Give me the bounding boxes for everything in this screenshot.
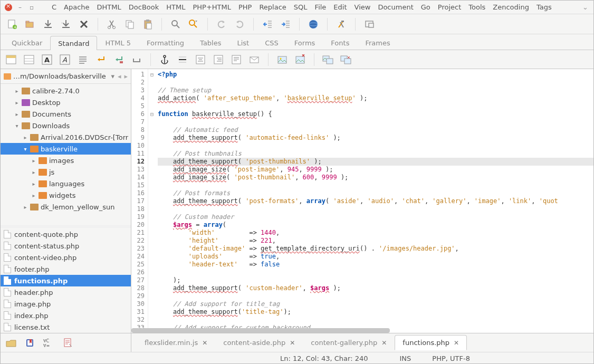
cut-icon[interactable] bbox=[106, 18, 118, 31]
menu-php[interactable]: PHP bbox=[235, 2, 255, 12]
window-close-button[interactable] bbox=[5, 4, 12, 11]
tab-tables[interactable]: Tables bbox=[192, 35, 229, 50]
menu-overflow-icon[interactable]: ⌄ bbox=[579, 2, 591, 12]
open-file-tab[interactable]: content-aside.php✕ bbox=[215, 335, 303, 350]
nav-back-icon[interactable]: ◂ bbox=[118, 72, 121, 80]
tree-item[interactable]: ▾Downloads bbox=[1, 120, 131, 131]
charmap-icon[interactable]: ∀C∀≡ bbox=[43, 337, 55, 349]
center-icon[interactable] bbox=[194, 53, 207, 66]
open-file-tab[interactable]: flexslider.min.js✕ bbox=[137, 335, 215, 350]
copy-icon[interactable] bbox=[123, 18, 136, 31]
multithumb1-icon[interactable] bbox=[322, 53, 334, 66]
menu-edit[interactable]: Edit bbox=[330, 2, 350, 12]
tree-item[interactable]: ▸images bbox=[1, 155, 131, 166]
break-icon[interactable] bbox=[94, 53, 107, 66]
thumbnail-icon[interactable] bbox=[294, 53, 306, 66]
tree-item[interactable]: ▸js bbox=[1, 166, 131, 178]
menu-tags[interactable]: Tags bbox=[533, 2, 555, 12]
file-item[interactable]: functions.php bbox=[1, 275, 131, 286]
nbsp-icon[interactable] bbox=[130, 53, 143, 66]
editor-code-area[interactable]: <?php // Theme setupadd_action( 'after_s… bbox=[156, 69, 593, 333]
anchor-icon[interactable] bbox=[158, 53, 171, 66]
close-tab-icon[interactable]: ✕ bbox=[202, 339, 207, 347]
menu-file[interactable]: File bbox=[311, 2, 330, 12]
multithumb2-icon[interactable] bbox=[340, 53, 352, 66]
close-tab-icon[interactable]: ✕ bbox=[381, 339, 387, 347]
file-list[interactable]: content-quote.phpcontent-status.phpconte… bbox=[1, 228, 131, 333]
tree-item[interactable]: ▸Desktop bbox=[1, 97, 131, 108]
menu-php-html[interactable]: PHP+HTML bbox=[189, 2, 235, 12]
open-file-tab[interactable]: content-gallery.php✕ bbox=[303, 335, 395, 350]
menu-c[interactable]: C bbox=[48, 2, 60, 12]
menu-view[interactable]: View bbox=[351, 2, 375, 12]
tree-item[interactable]: ▸dk_lemon_yellow_sun bbox=[1, 201, 131, 213]
menu-zencoding[interactable]: Zencoding bbox=[489, 2, 533, 12]
folder-tree[interactable]: ▸calibre-2.74.0▸Desktop▸Documents▾Downlo… bbox=[1, 84, 131, 225]
tab-html-5[interactable]: HTML 5 bbox=[97, 35, 139, 50]
search-replace-icon[interactable] bbox=[187, 18, 200, 31]
redo-icon[interactable] bbox=[233, 18, 246, 31]
menu-replace[interactable]: Replace bbox=[255, 2, 290, 12]
menu-sql[interactable]: SQL bbox=[290, 2, 311, 12]
code-editor[interactable]: 1234567891011121314151617181920212223242… bbox=[131, 69, 593, 333]
menu-docbook[interactable]: DocBook bbox=[125, 2, 162, 12]
rightalign-icon[interactable] bbox=[212, 53, 225, 66]
preferences-icon[interactable] bbox=[335, 18, 348, 31]
file-item[interactable]: image.php bbox=[1, 298, 131, 310]
break-clear-icon[interactable] bbox=[112, 53, 125, 66]
div-icon[interactable] bbox=[23, 53, 35, 66]
menu-document[interactable]: Document bbox=[374, 2, 417, 12]
tab-quickbar[interactable]: Quickbar bbox=[4, 35, 50, 50]
horizontal-scrollbar-thumb[interactable] bbox=[131, 328, 390, 333]
editor-fold-column[interactable]: ⊟⊟ bbox=[148, 69, 156, 333]
undo-icon[interactable] bbox=[215, 18, 228, 31]
open-file-tab[interactable]: functions.php✕ bbox=[395, 335, 467, 350]
indent-icon[interactable] bbox=[279, 18, 292, 31]
close-tab-icon[interactable]: ✕ bbox=[290, 339, 295, 347]
paragraph-icon[interactable] bbox=[76, 53, 89, 66]
menu-html[interactable]: HTML bbox=[162, 2, 189, 12]
open-file-icon[interactable] bbox=[24, 18, 36, 31]
bold-icon[interactable]: A bbox=[41, 53, 53, 66]
new-file-icon[interactable]: + bbox=[6, 18, 18, 31]
tree-item[interactable]: ▸Arrival.2016.DVDScr-[Torr bbox=[1, 131, 131, 143]
paste-icon[interactable] bbox=[141, 18, 154, 31]
bookmarks-icon[interactable] bbox=[24, 337, 36, 349]
tab-list[interactable]: List bbox=[229, 35, 257, 50]
italic-icon[interactable]: A bbox=[59, 53, 71, 66]
file-item[interactable]: content-status.php bbox=[1, 240, 131, 252]
search-icon[interactable] bbox=[169, 18, 182, 31]
snippets-icon[interactable] bbox=[62, 337, 74, 349]
save-icon[interactable] bbox=[42, 18, 54, 31]
close-file-icon[interactable] bbox=[78, 18, 90, 31]
file-item[interactable]: content-video.php bbox=[1, 252, 131, 263]
tab-forms[interactable]: Forms bbox=[286, 35, 323, 50]
tab-css[interactable]: CSS bbox=[257, 35, 286, 50]
fullscreen-icon[interactable] bbox=[363, 18, 376, 31]
tree-item[interactable]: ▸languages bbox=[1, 178, 131, 189]
menu-tools[interactable]: Tools bbox=[465, 2, 489, 12]
image-icon[interactable] bbox=[276, 53, 289, 66]
menu-dhtml[interactable]: DHTML bbox=[93, 2, 125, 12]
file-item[interactable]: content-quote.php bbox=[1, 228, 131, 240]
body-icon[interactable] bbox=[5, 53, 17, 66]
tab-standard[interactable]: Standard bbox=[50, 36, 97, 50]
window-maximize-button[interactable]: ▫ bbox=[28, 4, 35, 11]
file-item[interactable]: license.txt bbox=[1, 321, 131, 333]
tab-fonts[interactable]: Fonts bbox=[323, 35, 357, 50]
file-item[interactable]: header.php bbox=[1, 286, 131, 298]
close-tab-icon[interactable]: ✕ bbox=[454, 339, 459, 347]
menu-go[interactable]: Go bbox=[417, 2, 434, 12]
tree-item[interactable]: ▸Documents bbox=[1, 108, 131, 120]
tree-item[interactable]: ▾baskerville bbox=[1, 143, 131, 155]
tab-frames[interactable]: Frames bbox=[357, 35, 398, 50]
email-icon[interactable] bbox=[248, 53, 261, 66]
sidebar-path-header[interactable]: …m/Downloads/baskerville ▾ ◂ ▸ bbox=[1, 69, 131, 84]
comment-icon[interactable] bbox=[230, 53, 243, 66]
dropdown-icon[interactable]: ▾ bbox=[111, 72, 114, 80]
menu-project[interactable]: Project bbox=[434, 2, 465, 12]
file-item[interactable]: footer.php bbox=[1, 263, 131, 275]
tree-item[interactable]: ▸widgets bbox=[1, 189, 131, 201]
window-minimize-button[interactable]: – bbox=[16, 4, 24, 11]
tree-item[interactable]: ▸calibre-2.74.0 bbox=[1, 85, 131, 97]
